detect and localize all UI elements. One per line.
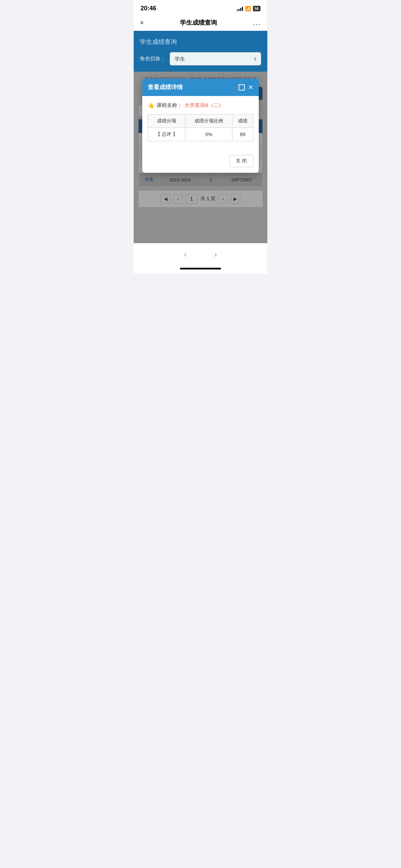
score-col-score: 成绩 (232, 114, 253, 128)
modal-body: 👆 课程名称： 大学英语B（二） 成绩分项 成绩分项比例 成绩 【 总评 】 (142, 96, 259, 152)
modal: 查看成绩详情 ✕ 👆 课程名称： 大学英语B（二） 成绩分项 成绩分项比例 (142, 79, 259, 173)
modal-close-icon[interactable]: ✕ (248, 84, 253, 91)
modal-footer: 关 闭 (142, 152, 259, 173)
forward-button[interactable]: › (211, 248, 220, 261)
role-select-wrap[interactable]: 学生 教师 管理员 ⇕ (170, 52, 261, 65)
role-label: 角色切换： (140, 56, 166, 62)
score-table: 成绩分项 成绩分项比例 成绩 【 总评 】 0% 89 (148, 114, 253, 141)
bottom-nav: ‹ › (134, 243, 267, 263)
score-value-cell: 89 (232, 128, 253, 141)
nav-bar: × 学生成绩查询 ... (134, 15, 267, 31)
back-button[interactable]: ‹ (181, 248, 190, 261)
score-col-ratio: 成绩分项比例 (185, 114, 232, 128)
main-content: 不合格的用红色标识，通过补考或重修及格的用蓝色标识 查询 ↕ 查看 学年 学期 … (134, 72, 267, 243)
blue-header: 学生成绩查询 角色切换： 学生 教师 管理员 ⇕ (134, 31, 267, 72)
role-row: 角色切换： 学生 教师 管理员 ⇕ (140, 52, 261, 65)
score-item-cell: 【 总评 】 (148, 128, 185, 141)
home-bar (180, 268, 221, 269)
status-time: 20:46 (141, 5, 156, 12)
status-bar: 20:46 📶 56 (134, 0, 267, 15)
nav-title: 学生成绩查询 (180, 19, 217, 27)
more-button[interactable]: ... (253, 18, 261, 27)
header-title: 学生成绩查询 (140, 38, 261, 46)
score-row: 【 总评 】 0% 89 (148, 128, 253, 141)
signal-icon (237, 6, 243, 11)
score-ratio-cell: 0% (185, 128, 232, 141)
battery-icon: 56 (253, 6, 260, 11)
course-icon: 👆 (148, 102, 155, 109)
course-name: 大学英语B（二） (184, 102, 224, 109)
course-label: 课程名称： (157, 102, 182, 109)
modal-header: 查看成绩详情 ✕ (142, 79, 259, 96)
modal-header-btns: ✕ (239, 84, 253, 91)
score-col-item: 成绩分项 (148, 114, 185, 128)
minimize-button[interactable] (239, 84, 245, 91)
home-indicator (134, 263, 267, 274)
modal-close-button[interactable]: 关 闭 (229, 155, 253, 167)
wifi-icon: 📶 (245, 6, 251, 11)
modal-overlay: 查看成绩详情 ✕ 👆 课程名称： 大学英语B（二） 成绩分项 成绩分项比例 (134, 72, 267, 243)
course-row: 👆 课程名称： 大学英语B（二） (148, 102, 253, 109)
role-select[interactable]: 学生 教师 管理员 (170, 52, 261, 65)
status-icons: 📶 56 (237, 6, 260, 11)
modal-title: 查看成绩详情 (148, 83, 183, 91)
close-button[interactable]: × (140, 19, 144, 27)
